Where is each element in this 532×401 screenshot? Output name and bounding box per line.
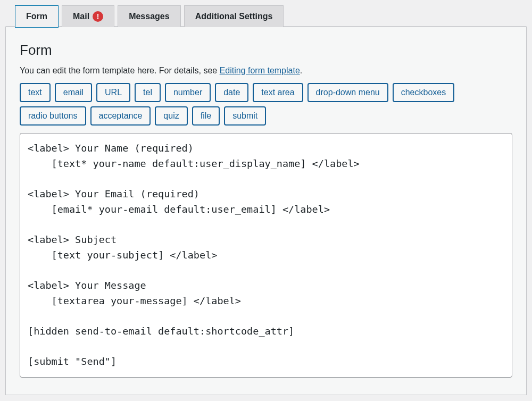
tag-button-email[interactable]: email [55, 83, 92, 102]
tab-label: Additional Settings [195, 12, 273, 21]
alert-icon: ! [93, 11, 103, 22]
tag-button-number[interactable]: number [165, 83, 211, 102]
tag-button-dropdown[interactable]: drop-down menu [307, 83, 388, 102]
tab-label: Messages [129, 12, 170, 21]
desc-text-suffix: . [300, 66, 302, 75]
tab-label: Mail [73, 12, 89, 21]
tag-button-text[interactable]: text [20, 83, 51, 102]
tag-generator-toolbar: text email URL tel number date text area… [20, 83, 512, 126]
tag-button-date[interactable]: date [215, 83, 248, 102]
tag-button-checkboxes[interactable]: checkboxes [393, 83, 455, 102]
tag-button-file[interactable]: file [192, 106, 220, 126]
tab-form[interactable]: Form [15, 5, 59, 28]
tabs-bar: Form Mail ! Messages Additional Settings [0, 0, 532, 27]
desc-text-prefix: You can edit the form template here. For… [20, 66, 220, 75]
tag-button-submit[interactable]: submit [224, 106, 266, 126]
section-description: You can edit the form template here. For… [20, 66, 512, 76]
tag-button-url[interactable]: URL [96, 83, 130, 102]
panel-form: Form You can edit the form template here… [5, 27, 527, 395]
tag-button-tel[interactable]: tel [135, 83, 161, 102]
form-template-textarea[interactable] [20, 133, 512, 378]
tag-button-acceptance[interactable]: acceptance [90, 106, 151, 126]
section-title: Form [20, 42, 512, 59]
tag-button-textarea[interactable]: text area [253, 83, 303, 102]
tab-messages[interactable]: Messages [118, 5, 181, 27]
tab-mail[interactable]: Mail ! [62, 5, 114, 27]
tag-button-radio[interactable]: radio buttons [20, 106, 86, 126]
tag-button-quiz[interactable]: quiz [155, 106, 187, 126]
tab-additional-settings[interactable]: Additional Settings [184, 5, 284, 27]
tab-label: Form [26, 12, 47, 21]
editing-template-link[interactable]: Editing form template [220, 66, 300, 75]
